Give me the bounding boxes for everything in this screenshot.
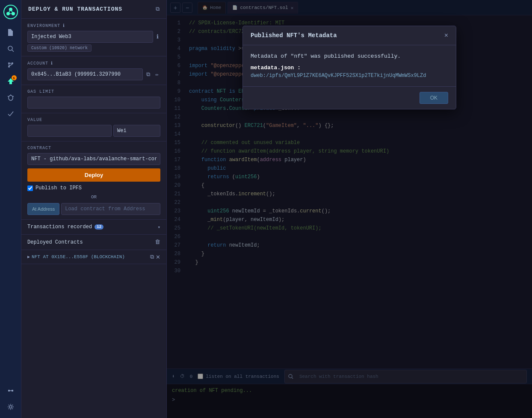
sidebar-item-test[interactable] <box>4 107 18 121</box>
gas-limit-label: GAS LIMIT <box>27 89 160 94</box>
svg-point-22 <box>9 406 12 408</box>
modal-overlay[interactable]: Published NFT's Metadata × Metadata of "… <box>167 0 532 418</box>
value-row: 0 Wei Gwei Finney Ether <box>27 125 160 137</box>
account-label: ACCOUNT ℹ <box>27 61 160 66</box>
left-panel: DEPLOY & RUN TRANSACTIONS ⧉ ENVIRONMENT … <box>21 0 167 418</box>
contract-item[interactable]: ▶ NFT AT 0X15E...E558F (BLOCKCHAIN) ⧉ ✕ <box>21 250 166 264</box>
contract-item-chevron-icon: ▶ <box>27 254 30 259</box>
environment-info-icon[interactable]: ℹ <box>63 23 65 28</box>
panel-header: DEPLOY & RUN TRANSACTIONS ⧉ <box>21 0 166 19</box>
modal-ok-button[interactable]: OK <box>420 92 448 104</box>
contract-remove-button[interactable]: ✕ <box>156 253 160 260</box>
icon-bar: 1 <box>0 0 21 418</box>
modal-success-text: Metadata of "nft" was published successf… <box>251 53 448 59</box>
gas-limit-section: GAS LIMIT 3000000 <box>21 85 166 113</box>
transactions-left: Transactions recorded 12 <box>27 224 103 230</box>
account-section: ACCOUNT ℹ 0x845...B1aB3 (999991.3297990 … <box>21 56 166 85</box>
modal-body: Metadata of "nft" was published successf… <box>243 45 456 86</box>
sidebar-item-search[interactable] <box>4 42 18 56</box>
account-edit-icon[interactable]: ✏ <box>154 69 160 79</box>
value-label: VALUE <box>27 118 160 122</box>
sidebar-item-git[interactable] <box>4 58 18 72</box>
modal-header: Published NFT's Metadata × <box>243 26 456 45</box>
transactions-recorded-row[interactable]: Transactions recorded 12 ▾ <box>21 220 166 235</box>
sidebar-item-deploy[interactable]: 1 <box>4 74 18 88</box>
at-address-row: At Address <box>27 203 160 215</box>
svg-line-18 <box>13 96 14 97</box>
modal-meta-value: dweb:/ipfs/QmYL9P1Z7KE6AQvKJPFF52SX1p2TE… <box>251 73 448 79</box>
sidebar-item-plugins[interactable] <box>4 384 18 397</box>
modal: Published NFT's Metadata × Metadata of "… <box>242 26 456 109</box>
publish-ipfs-label: Publish to IPFS <box>35 185 82 191</box>
deploy-button[interactable]: Deploy <box>27 168 160 182</box>
app-logo[interactable] <box>3 4 18 20</box>
network-badge: Custom (10920) network <box>27 44 92 52</box>
contract-copy-button[interactable]: ⧉ <box>150 253 154 260</box>
modal-title: Published NFT's Metadata <box>251 32 337 39</box>
svg-line-17 <box>8 96 9 97</box>
svg-line-8 <box>12 50 14 52</box>
sidebar-item-debug[interactable] <box>4 91 18 104</box>
contract-item-left: ▶ NFT AT 0X15E...E558F (BLOCKCHAIN) <box>27 254 125 259</box>
contract-section: CONTRACT NFT - github/ava-labs/avalanche… <box>21 141 166 220</box>
contract-item-label: NFT AT 0X15E...E558F (BLOCKCHAIN) <box>32 254 125 259</box>
panel-copy-icon[interactable]: ⧉ <box>156 6 160 12</box>
deployed-contracts-title: Deployed Contracts <box>27 239 83 245</box>
environment-section: ENVIRONMENT ℹ Injected Web3 ℹ Custom (10… <box>21 19 166 56</box>
svg-point-9 <box>8 62 10 64</box>
environment-select[interactable]: Injected Web3 <box>27 31 153 43</box>
svg-rect-19 <box>8 390 10 392</box>
account-info-icon[interactable]: ℹ <box>51 61 53 66</box>
svg-line-14 <box>9 64 12 66</box>
contract-item-actions: ⧉ ✕ <box>150 253 160 260</box>
contract-label: CONTRACT <box>27 146 160 150</box>
deployed-contracts-trash-icon[interactable]: 🗑 <box>155 239 160 245</box>
at-address-input[interactable] <box>61 203 160 215</box>
or-divider: OR <box>27 194 160 200</box>
value-section: VALUE 0 Wei Gwei Finney Ether <box>21 113 166 141</box>
deployed-contracts-header: Deployed Contracts 🗑 <box>21 235 166 250</box>
environment-label: ENVIRONMENT ℹ <box>27 23 160 28</box>
environment-row: Injected Web3 ℹ <box>27 31 160 43</box>
gas-limit-input[interactable]: 3000000 <box>27 97 160 109</box>
account-copy-icon[interactable]: ⧉ <box>145 70 152 79</box>
publish-ipfs-row: Publish to IPFS <box>27 185 160 191</box>
transactions-label: Transactions recorded <box>27 224 92 230</box>
modal-meta-key: metadata.json : <box>251 65 301 71</box>
transactions-badge: 12 <box>95 224 103 230</box>
modal-close-button[interactable]: × <box>444 32 448 39</box>
sidebar-item-settings[interactable] <box>4 400 18 414</box>
svg-point-15 <box>9 95 13 100</box>
modal-meta: metadata.json : dweb:/ipfs/QmYL9P1Z7KE6A… <box>251 65 448 79</box>
at-address-button[interactable]: At Address <box>27 203 59 215</box>
svg-point-7 <box>8 46 12 50</box>
modal-footer: OK <box>243 86 456 109</box>
publish-ipfs-checkbox[interactable] <box>27 185 33 191</box>
main-area: + − 🏠 Home 📄 contracts/NFT.sol ✕ 1234567… <box>167 0 532 418</box>
account-select[interactable]: 0x845...B1aB3 (999991.3297990 <box>27 68 143 80</box>
account-row: 0x845...B1aB3 (999991.3297990 ⧉ ✏ <box>27 68 160 80</box>
sidebar-item-files[interactable] <box>4 26 18 39</box>
value-unit-select[interactable]: Wei Gwei Finney Ether <box>113 125 160 137</box>
transactions-chevron-icon: ▾ <box>157 224 160 230</box>
value-input[interactable]: 0 <box>27 125 112 137</box>
contract-select[interactable]: NFT - github/ava-labs/avalanche-smart-co… <box>27 153 160 165</box>
svg-point-0 <box>4 5 18 19</box>
environment-info-btn[interactable]: ℹ <box>155 32 160 42</box>
panel-title: DEPLOY & RUN TRANSACTIONS <box>28 6 122 12</box>
svg-point-10 <box>12 62 13 64</box>
deploy-badge: 1 <box>12 75 17 80</box>
svg-rect-20 <box>12 390 13 392</box>
